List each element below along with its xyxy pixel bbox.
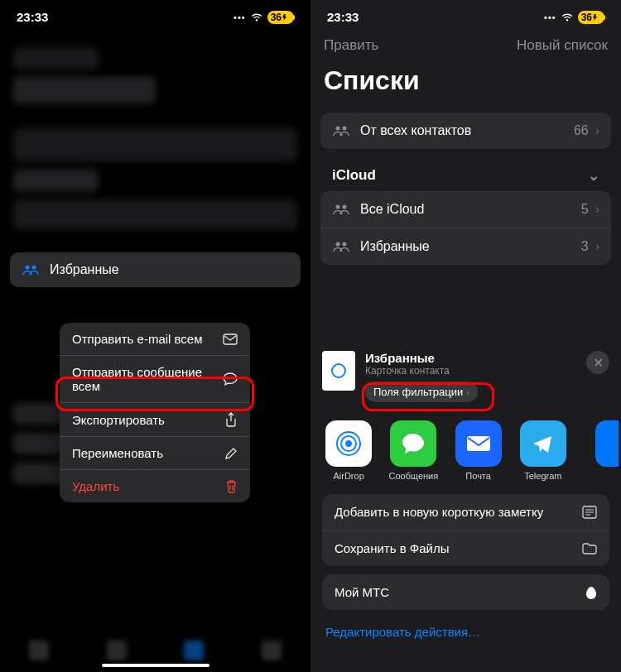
close-button[interactable]: ✕ <box>586 351 609 374</box>
selected-list-label: Избранные <box>50 262 119 277</box>
count: 3 <box>581 239 589 254</box>
app-messages[interactable]: Сообщения <box>388 420 438 481</box>
nav-bar: Править Новый список <box>310 31 621 60</box>
share-icon <box>224 412 238 427</box>
status-bar: 23:33 ••• 36 <box>0 0 310 31</box>
trash-icon <box>225 479 238 493</box>
action-save-files[interactable]: Сохранить в Файлы <box>322 530 609 566</box>
envelope-icon <box>223 334 238 345</box>
status-bar: 23:33 ••• 36 <box>310 0 621 31</box>
document-icon <box>322 351 355 391</box>
menu-rename[interactable]: Переименовать <box>60 436 250 469</box>
status-icons: ••• 36 <box>233 11 294 24</box>
blurred-background <box>0 31 310 246</box>
svg-rect-12 <box>467 436 490 451</box>
chevron-right-icon: › <box>595 123 599 138</box>
status-icons: ••• 36 <box>544 11 604 24</box>
group-icon <box>332 204 350 215</box>
chevron-down-icon: ⌄ <box>588 167 599 185</box>
menu-export[interactable]: Экспортировать <box>60 402 250 436</box>
tab-bar <box>0 631 310 664</box>
home-indicator <box>102 664 209 667</box>
nav-new-list[interactable]: Новый список <box>517 37 608 54</box>
wifi-icon <box>250 12 263 22</box>
chevron-right-icon: › <box>595 202 599 217</box>
speech-bubble-icon <box>223 372 238 386</box>
app-partial[interactable] <box>583 420 608 481</box>
note-icon <box>582 506 597 519</box>
menu-delete[interactable]: Удалить <box>60 469 250 502</box>
svg-rect-2 <box>224 334 237 344</box>
svg-point-4 <box>343 127 347 131</box>
mail-icon <box>455 420 502 467</box>
context-menu: Отправить e-mail всем Отправить сообщени… <box>60 323 250 502</box>
wifi-icon <box>561 12 574 22</box>
right-screen: 23:33 ••• 36 Править Новый список Списки… <box>310 0 621 672</box>
sheet-subtitle: Карточка контакта <box>365 365 576 377</box>
battery-icon: 36 <box>578 11 604 24</box>
telegram-icon <box>520 420 566 467</box>
svg-point-3 <box>336 127 340 131</box>
edit-actions-link[interactable]: Редактировать действия… <box>322 618 609 646</box>
sheet-title: Избранные <box>365 351 576 365</box>
egg-icon <box>585 586 597 599</box>
action-mts[interactable]: Мой МТС <box>322 574 609 610</box>
svg-point-1 <box>32 266 36 270</box>
app-telegram[interactable]: Telegram <box>518 420 568 481</box>
pencil-icon <box>224 447 238 460</box>
folder-icon <box>582 542 597 554</box>
section-icloud[interactable]: iCloud ⌄ <box>320 156 611 191</box>
count: 5 <box>581 202 589 217</box>
airdrop-icon <box>325 420 372 467</box>
page-title: Списки <box>310 60 621 113</box>
status-time: 23:33 <box>17 10 48 24</box>
menu-email-all[interactable]: Отправить e-mail всем <box>60 323 250 355</box>
cellular-dots-icon: ••• <box>544 12 556 22</box>
svg-point-5 <box>336 205 340 209</box>
cellular-dots-icon: ••• <box>233 12 246 22</box>
status-time: 23:33 <box>327 10 359 24</box>
chevron-right-icon: › <box>595 239 599 254</box>
svg-point-9 <box>345 440 352 447</box>
nav-edit[interactable]: Править <box>324 37 378 54</box>
menu-message-all[interactable]: Отправить сообщение всем <box>60 355 250 402</box>
count: 66 <box>574 123 589 138</box>
row-all-contacts[interactable]: От всех контактов 66 › <box>320 113 611 149</box>
svg-point-7 <box>336 242 340 247</box>
row-favorites[interactable]: Избранные 3 › <box>320 228 611 265</box>
group-icon <box>332 241 350 252</box>
selected-list-row[interactable]: Избранные <box>10 252 301 287</box>
share-sheet: Избранные Карточка контакта Поля фильтра… <box>310 339 621 672</box>
vk-icon <box>595 420 619 467</box>
row-all-icloud[interactable]: Все iCloud 5 › <box>320 191 611 228</box>
app-airdrop[interactable]: AirDrop <box>324 420 373 481</box>
left-screen: 23:33 ••• 36 Избранные Отправить e-mail … <box>0 0 310 672</box>
svg-point-6 <box>343 205 347 209</box>
svg-point-0 <box>26 266 30 270</box>
group-icon <box>22 264 40 276</box>
action-add-note[interactable]: Добавить в новую короткую заметку <box>322 494 609 530</box>
filter-fields-button[interactable]: Поля фильтрации › <box>365 382 478 402</box>
battery-icon: 36 <box>267 11 294 24</box>
share-apps-row: AirDrop Сообщения Почта Telegram <box>310 407 621 494</box>
close-icon: ✕ <box>593 355 604 371</box>
chevron-right-icon: › <box>466 387 469 397</box>
messages-icon <box>390 420 436 467</box>
app-mail[interactable]: Почта <box>454 420 503 481</box>
group-icon <box>332 125 350 137</box>
svg-point-8 <box>343 242 347 247</box>
